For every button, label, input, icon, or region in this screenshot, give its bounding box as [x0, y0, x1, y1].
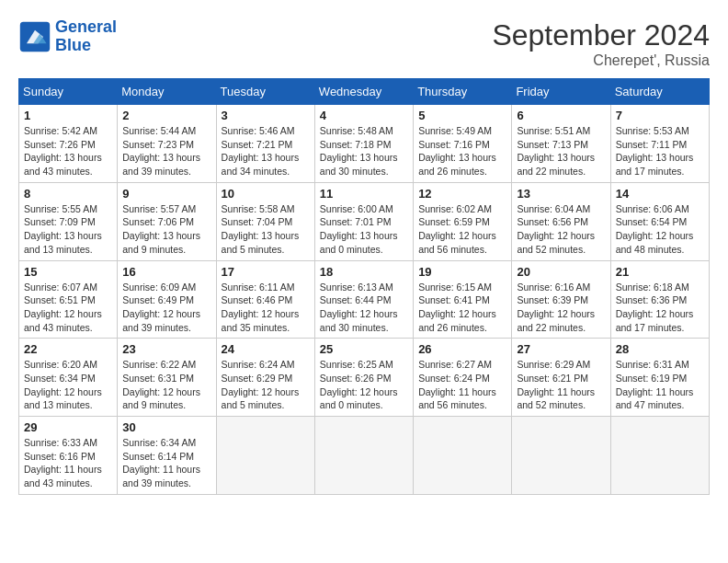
calendar-cell: 19Sunrise: 6:15 AM Sunset: 6:41 PM Dayli…: [414, 260, 512, 339]
logo: General Blue: [18, 18, 117, 55]
calendar-cell: [216, 417, 314, 495]
calendar-cell: 13Sunrise: 6:04 AM Sunset: 6:56 PM Dayli…: [512, 182, 610, 260]
calendar-cell: 29Sunrise: 6:33 AM Sunset: 6:16 PM Dayli…: [19, 417, 118, 495]
day-number: 21: [616, 265, 704, 279]
calendar-cell: 20Sunrise: 6:16 AM Sunset: 6:39 PM Dayli…: [512, 260, 610, 339]
day-number: 30: [122, 420, 210, 434]
calendar-cell: 14Sunrise: 6:06 AM Sunset: 6:54 PM Dayli…: [610, 182, 709, 260]
calendar-cell: 28Sunrise: 6:31 AM Sunset: 6:19 PM Dayli…: [610, 339, 709, 417]
day-info: Sunrise: 6:22 AM Sunset: 6:31 PM Dayligh…: [122, 358, 210, 412]
day-number: 5: [418, 109, 506, 122]
day-number: 23: [122, 342, 210, 356]
day-info: Sunrise: 5:57 AM Sunset: 7:06 PM Dayligh…: [122, 202, 210, 257]
day-info: Sunrise: 6:02 AM Sunset: 6:59 PM Dayligh…: [418, 202, 506, 257]
logo-icon: [18, 20, 51, 53]
day-number: 2: [122, 109, 210, 122]
day-number: 9: [122, 187, 210, 201]
calendar-cell: [512, 417, 610, 495]
weekday-header-sunday: Sunday: [19, 79, 118, 105]
logo-line2: Blue: [55, 36, 91, 54]
day-info: Sunrise: 6:09 AM Sunset: 6:49 PM Dayligh…: [122, 281, 210, 335]
calendar-cell: 1Sunrise: 5:42 AM Sunset: 7:26 PM Daylig…: [19, 105, 118, 183]
day-info: Sunrise: 6:04 AM Sunset: 6:56 PM Dayligh…: [517, 202, 605, 257]
calendar-cell: 3Sunrise: 5:46 AM Sunset: 7:21 PM Daylig…: [216, 105, 314, 183]
weekday-header-tuesday: Tuesday: [216, 79, 314, 105]
month-title: September 2024: [492, 18, 710, 52]
weekday-header-monday: Monday: [118, 79, 216, 105]
day-info: Sunrise: 5:51 AM Sunset: 7:13 PM Dayligh…: [517, 124, 605, 178]
weekday-header-saturday: Saturday: [610, 79, 709, 105]
calendar-cell: 22Sunrise: 6:20 AM Sunset: 6:34 PM Dayli…: [19, 339, 118, 417]
weekday-header-friday: Friday: [512, 79, 610, 105]
calendar-week-row: 22Sunrise: 6:20 AM Sunset: 6:34 PM Dayli…: [19, 339, 710, 417]
calendar-week-row: 29Sunrise: 6:33 AM Sunset: 6:16 PM Dayli…: [19, 417, 710, 495]
day-number: 11: [320, 187, 408, 201]
weekday-header-wednesday: Wednesday: [314, 79, 413, 105]
day-number: 7: [616, 109, 704, 122]
day-number: 26: [418, 342, 506, 356]
day-number: 27: [517, 342, 605, 356]
calendar-cell: 11Sunrise: 6:00 AM Sunset: 7:01 PM Dayli…: [314, 182, 413, 260]
calendar-cell: 9Sunrise: 5:57 AM Sunset: 7:06 PM Daylig…: [118, 182, 216, 260]
logo-line1: General: [55, 17, 117, 36]
calendar-cell: [610, 417, 709, 495]
calendar-cell: [414, 417, 512, 495]
day-info: Sunrise: 6:34 AM Sunset: 6:14 PM Dayligh…: [122, 436, 210, 490]
calendar-cell: 5Sunrise: 5:49 AM Sunset: 7:16 PM Daylig…: [414, 105, 512, 183]
day-number: 16: [122, 265, 210, 279]
day-number: 13: [517, 187, 605, 201]
day-number: 24: [222, 342, 310, 356]
day-number: 14: [616, 187, 704, 201]
calendar-cell: 7Sunrise: 5:53 AM Sunset: 7:11 PM Daylig…: [610, 105, 709, 183]
calendar-cell: 26Sunrise: 6:27 AM Sunset: 6:24 PM Dayli…: [414, 339, 512, 417]
calendar-week-row: 15Sunrise: 6:07 AM Sunset: 6:51 PM Dayli…: [19, 260, 710, 339]
day-info: Sunrise: 6:24 AM Sunset: 6:29 PM Dayligh…: [222, 358, 310, 412]
calendar-cell: 27Sunrise: 6:29 AM Sunset: 6:21 PM Dayli…: [512, 339, 610, 417]
day-info: Sunrise: 5:58 AM Sunset: 7:04 PM Dayligh…: [222, 202, 310, 257]
day-info: Sunrise: 6:18 AM Sunset: 6:36 PM Dayligh…: [616, 281, 704, 335]
day-number: 3: [222, 109, 310, 122]
day-number: 10: [222, 187, 310, 201]
calendar-week-row: 8Sunrise: 5:55 AM Sunset: 7:09 PM Daylig…: [19, 182, 710, 260]
calendar-cell: 6Sunrise: 5:51 AM Sunset: 7:13 PM Daylig…: [512, 105, 610, 183]
day-number: 12: [418, 187, 506, 201]
day-info: Sunrise: 6:20 AM Sunset: 6:34 PM Dayligh…: [24, 358, 112, 412]
calendar-cell: 17Sunrise: 6:11 AM Sunset: 6:46 PM Dayli…: [216, 260, 314, 339]
day-info: Sunrise: 5:42 AM Sunset: 7:26 PM Dayligh…: [24, 124, 112, 178]
day-number: 18: [320, 265, 408, 279]
day-number: 25: [320, 342, 408, 356]
day-number: 1: [24, 109, 112, 122]
day-number: 29: [24, 420, 112, 434]
day-info: Sunrise: 6:06 AM Sunset: 6:54 PM Dayligh…: [616, 202, 704, 257]
calendar-cell: 16Sunrise: 6:09 AM Sunset: 6:49 PM Dayli…: [118, 260, 216, 339]
day-info: Sunrise: 6:29 AM Sunset: 6:21 PM Dayligh…: [517, 358, 605, 412]
calendar-cell: 25Sunrise: 6:25 AM Sunset: 6:26 PM Dayli…: [314, 339, 413, 417]
day-info: Sunrise: 6:13 AM Sunset: 6:44 PM Dayligh…: [320, 281, 408, 335]
day-info: Sunrise: 6:00 AM Sunset: 7:01 PM Dayligh…: [320, 202, 408, 257]
day-info: Sunrise: 5:49 AM Sunset: 7:16 PM Dayligh…: [418, 124, 506, 178]
calendar-cell: 10Sunrise: 5:58 AM Sunset: 7:04 PM Dayli…: [216, 182, 314, 260]
day-info: Sunrise: 6:16 AM Sunset: 6:39 PM Dayligh…: [517, 281, 605, 335]
weekday-header-thursday: Thursday: [414, 79, 512, 105]
day-info: Sunrise: 6:31 AM Sunset: 6:19 PM Dayligh…: [616, 358, 704, 412]
page-header: General Blue September 2024 Cherepet', R…: [18, 18, 710, 69]
calendar-cell: 30Sunrise: 6:34 AM Sunset: 6:14 PM Dayli…: [118, 417, 216, 495]
calendar-cell: 12Sunrise: 6:02 AM Sunset: 6:59 PM Dayli…: [414, 182, 512, 260]
day-number: 28: [616, 342, 704, 356]
day-info: Sunrise: 6:15 AM Sunset: 6:41 PM Dayligh…: [418, 281, 506, 335]
calendar-week-row: 1Sunrise: 5:42 AM Sunset: 7:26 PM Daylig…: [19, 105, 710, 183]
day-info: Sunrise: 6:11 AM Sunset: 6:46 PM Dayligh…: [222, 281, 310, 335]
calendar-cell: [314, 417, 413, 495]
day-number: 6: [517, 109, 605, 122]
day-info: Sunrise: 5:55 AM Sunset: 7:09 PM Dayligh…: [24, 202, 112, 257]
day-number: 22: [24, 342, 112, 356]
day-info: Sunrise: 6:25 AM Sunset: 6:26 PM Dayligh…: [320, 358, 408, 412]
day-info: Sunrise: 6:27 AM Sunset: 6:24 PM Dayligh…: [418, 358, 506, 412]
day-number: 8: [24, 187, 112, 201]
calendar-cell: 23Sunrise: 6:22 AM Sunset: 6:31 PM Dayli…: [118, 339, 216, 417]
day-number: 17: [222, 265, 310, 279]
location: Cherepet', Russia: [492, 52, 710, 69]
weekday-header-row: SundayMondayTuesdayWednesdayThursdayFrid…: [19, 79, 710, 105]
day-info: Sunrise: 5:48 AM Sunset: 7:18 PM Dayligh…: [320, 124, 408, 178]
calendar-cell: 8Sunrise: 5:55 AM Sunset: 7:09 PM Daylig…: [19, 182, 118, 260]
